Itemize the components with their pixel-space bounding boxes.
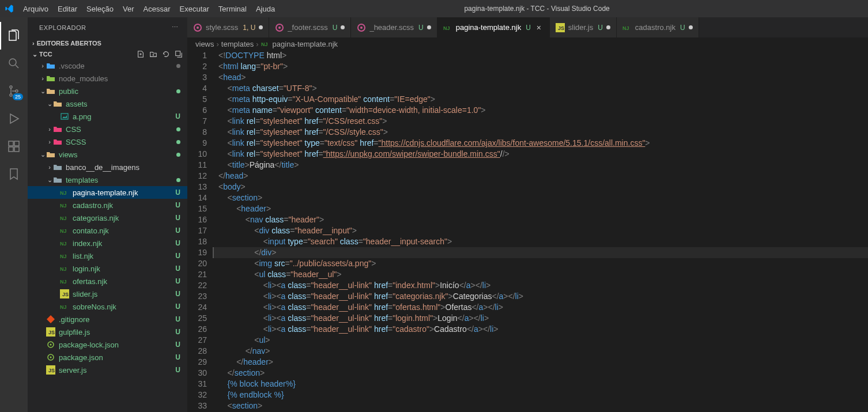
svg-text:NJ: NJ: [60, 254, 67, 259]
code-line-29[interactable]: </header>: [216, 357, 868, 368]
menubar: ArquivoEditarSeleçãoVerAcessarExecutarTe…: [18, 5, 280, 13]
new-folder-icon[interactable]: [149, 50, 157, 58]
code-line-1[interactable]: <!DOCTYPE html>: [216, 50, 868, 61]
code-editor[interactable]: 1234567891011121314151617181920212223242…: [187, 50, 868, 412]
svg-rect-6: [14, 147, 19, 152]
tree-item-views[interactable]: ⌄views: [28, 148, 187, 161]
code-line-31[interactable]: {% block header%}: [216, 379, 868, 390]
tree-item-index-njk[interactable]: NJindex.njkU: [28, 237, 187, 250]
code-line-9[interactable]: <link rel="stylesheet" type="text/css" h…: [216, 138, 868, 149]
tree-item-scss[interactable]: ›SCSS: [28, 135, 187, 148]
tree-item-assets[interactable]: ⌄assets: [28, 97, 187, 110]
code-line-19[interactable]: </div>: [213, 247, 868, 258]
code-line-4[interactable]: <meta charset="UTF-8">: [216, 83, 868, 94]
menu-acessar[interactable]: Acessar: [139, 5, 175, 13]
tree-item--vscode[interactable]: ›.vscode: [28, 59, 187, 72]
code-line-13[interactable]: <body>: [216, 182, 868, 192]
collapse-icon[interactable]: [175, 50, 183, 58]
activity-scm[interactable]: 25: [0, 77, 28, 105]
tree-item-package-lock-json[interactable]: package-lock.jsonU: [28, 338, 187, 351]
activity-search[interactable]: [0, 50, 28, 77]
tab-slider-js[interactable]: JSslider.jsU: [550, 17, 617, 37]
tree-item-node-modules[interactable]: ›node_modules: [28, 72, 187, 85]
activity-extensions[interactable]: [0, 133, 28, 160]
code-line-6[interactable]: <meta name="viewport" content="width=dev…: [216, 105, 868, 116]
code-line-25[interactable]: <li><a class="header__ul-link" href="log…: [216, 313, 868, 324]
code-line-32[interactable]: {% endblock %}: [216, 390, 868, 400]
code-line-23[interactable]: <li><a class="header__ul-link" href="cat…: [216, 291, 868, 302]
svg-text:NJ: NJ: [60, 266, 67, 272]
menu-arquivo[interactable]: Arquivo: [18, 5, 53, 13]
svg-text:NJ: NJ: [622, 25, 629, 31]
code-line-24[interactable]: <li><a class="header__ul-link" href="ofe…: [216, 302, 868, 313]
code-line-15[interactable]: <header>: [216, 203, 868, 214]
activity-bookmark[interactable]: [0, 160, 28, 188]
activity-explorer[interactable]: [0, 22, 28, 50]
tree-item-css[interactable]: ›CSS: [28, 123, 187, 135]
menu-ver[interactable]: Ver: [118, 5, 139, 13]
code-line-12[interactable]: </head>: [216, 171, 868, 182]
open-editors-section[interactable]: ›EDITORES ABERTOS: [28, 37, 187, 49]
tree-item-contato-njk[interactable]: NJcontato.njkU: [28, 224, 187, 237]
tab--header-scss[interactable]: _header.scssU: [351, 17, 437, 37]
tree-item-templates[interactable]: ⌄templates: [28, 173, 187, 186]
tree-item-categorias-njk[interactable]: NJcategorias.njkU: [28, 211, 187, 224]
menu-seleção[interactable]: Seleção: [82, 5, 118, 13]
menu-terminal[interactable]: Terminal: [214, 5, 251, 13]
menu-ajuda[interactable]: Ajuda: [251, 5, 280, 13]
tree-item-banco--de--imagens[interactable]: ›banco__de__imagens: [28, 161, 187, 173]
code-line-5[interactable]: <meta http-equiv="X-UA-Compatible" conte…: [216, 94, 868, 105]
code-line-3[interactable]: <head>: [216, 72, 868, 83]
code-line-11[interactable]: <title>Página</title>: [216, 160, 868, 171]
tree-item--gitignore[interactable]: .gitignoreU: [28, 313, 187, 326]
svg-text:NJ: NJ: [60, 241, 67, 247]
tree-item-package-json[interactable]: package.jsonU: [28, 351, 187, 364]
tree-item-gulpfile-js[interactable]: JSgulpfile.jsU: [28, 326, 187, 338]
svg-text:JS: JS: [48, 368, 55, 373]
tree-item-list-njk[interactable]: NJlist.njkU: [28, 250, 187, 262]
activity-debug[interactable]: [0, 105, 28, 133]
svg-point-34: [360, 27, 363, 29]
tree-item-a-png[interactable]: a.pngU: [28, 110, 187, 123]
menu-editar[interactable]: Editar: [53, 5, 82, 13]
tree-item-cadastro-njk[interactable]: NJcadastro.njkU: [28, 199, 187, 211]
code-line-22[interactable]: <li><a class="header__ul-link" href="ind…: [216, 280, 868, 291]
tree-item-ofertas-njk[interactable]: NJofertas.njkU: [28, 275, 187, 288]
code-line-17[interactable]: <div class="header__input">: [216, 225, 868, 236]
code-line-30[interactable]: </section>: [216, 368, 868, 379]
code-line-2[interactable]: <html lang="pt-br">: [216, 61, 868, 72]
tab-pagina-template-njk[interactable]: NJpagina-template.njkU×: [437, 17, 550, 37]
refresh-icon[interactable]: [162, 50, 170, 58]
code-line-18[interactable]: <input type="search" class="header__inpu…: [216, 236, 868, 247]
tree-item-login-njk[interactable]: NJlogin.njkU: [28, 262, 187, 275]
explorer-more-icon[interactable]: ⋯: [172, 24, 179, 31]
tree-item-slider-js[interactable]: JSslider.jsU: [28, 288, 187, 300]
folder-root[interactable]: ⌄ TCC: [28, 49, 187, 59]
tab--footer-scss[interactable]: _footer.scssU: [269, 17, 351, 37]
tree-item-pagina-template-njk[interactable]: NJpagina-template.njkU: [28, 186, 187, 199]
code-line-8[interactable]: <link rel="stylesheet" href="/CSS//style…: [216, 127, 868, 138]
tab-style-scss[interactable]: style.scss1, U: [187, 17, 269, 37]
tab-close-icon[interactable]: ×: [534, 23, 544, 32]
svg-point-30: [197, 27, 199, 29]
breadcrumb[interactable]: views› templates› NJ pagina-template.njk: [187, 37, 868, 50]
code-line-7[interactable]: <link rel="stylesheet" href="/CSS/reset.…: [216, 116, 868, 127]
tab-cadastro-njk[interactable]: NJcadastro.njkU: [617, 17, 699, 37]
code-line-21[interactable]: <ul class="header__ul">: [216, 269, 868, 280]
new-file-icon[interactable]: [137, 50, 145, 58]
menu-executar[interactable]: Executar: [175, 5, 214, 13]
line-gutter: 1234567891011121314151617181920212223242…: [187, 50, 216, 412]
code-line-20[interactable]: <img src="../public/assets/a.png">: [216, 258, 868, 269]
tree-item-public[interactable]: ⌄public: [28, 85, 187, 97]
code-line-10[interactable]: <link rel="stylesheet" href="https://unp…: [216, 149, 868, 160]
code-line-14[interactable]: <section>: [216, 192, 868, 203]
tree-item-server-js[interactable]: JSserver.jsU: [28, 364, 187, 376]
code-line-28[interactable]: </nav>: [216, 346, 868, 357]
code-line-16[interactable]: <nav class="header">: [216, 214, 868, 225]
svg-point-0: [9, 59, 16, 66]
scm-badge: 25: [13, 93, 23, 100]
tree-item-sobrenos-njk[interactable]: NJsobreNos.njkU: [28, 300, 187, 313]
code-line-26[interactable]: <li><a class="header__ul-link" href="cad…: [216, 324, 868, 335]
code-line-27[interactable]: <ul>: [216, 335, 868, 346]
code-line-33[interactable]: <section>: [216, 400, 868, 411]
